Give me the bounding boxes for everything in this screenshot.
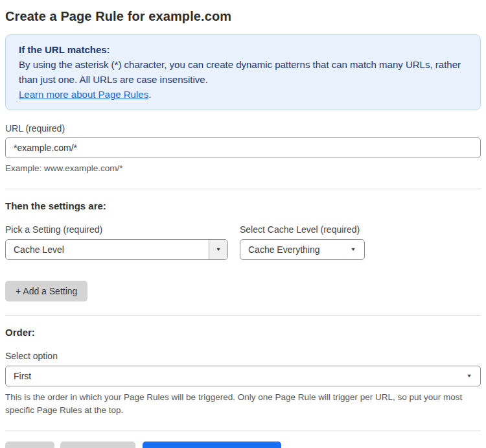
chevron-down-icon: ▼ — [466, 373, 472, 379]
chevron-down-icon: ▼ — [350, 247, 356, 252]
cache-level-select-value: Cache Everything — [240, 244, 351, 255]
info-box-link-line: Learn more about Page Rules. — [19, 87, 467, 102]
pick-setting-label: Pick a Setting (required) — [5, 224, 228, 235]
cache-level-select[interactable]: Cache Everything ▼ — [240, 239, 365, 260]
page-title: Create a Page Rule for example.com — [5, 9, 481, 24]
divider — [5, 430, 481, 431]
divider — [5, 315, 481, 316]
learn-more-link[interactable]: Learn more about Page Rules — [19, 89, 148, 100]
setting-select-value: Cache Level — [6, 244, 209, 255]
setting-select[interactable]: Cache Level ▼ — [5, 239, 228, 260]
select-cache-level-label: Select Cache Level (required) — [240, 224, 365, 235]
settings-heading: Then the settings are: — [5, 200, 481, 211]
footer-actions: Cancel Save as Draft Save and Deploy Pag… — [5, 442, 481, 448]
info-box-body: By using the asterisk (*) character, you… — [19, 57, 467, 87]
order-label: Select option — [5, 351, 481, 361]
add-setting-button[interactable]: + Add a Setting — [5, 281, 87, 301]
order-select-value: First — [6, 371, 467, 381]
url-label: URL (required) — [5, 123, 481, 134]
info-box-heading: If the URL matches: — [19, 42, 467, 57]
chevron-down-icon[interactable]: ▼ — [209, 240, 227, 259]
cancel-button[interactable]: Cancel — [5, 442, 54, 448]
setting-picker-column: Pick a Setting (required) Cache Level ▼ — [5, 211, 228, 260]
save-draft-button[interactable]: Save as Draft — [60, 442, 136, 448]
link-suffix: . — [148, 89, 151, 100]
divider — [5, 189, 481, 189]
url-helper: Example: www.example.com/* — [5, 162, 481, 175]
order-helper: This is the order in which your Page Rul… — [5, 391, 481, 417]
settings-row: Pick a Setting (required) Cache Level ▼ … — [5, 211, 481, 260]
save-deploy-button[interactable]: Save and Deploy Page Rule — [143, 442, 281, 448]
order-select[interactable]: First ▼ — [5, 366, 481, 386]
url-match-info-box: If the URL matches: By using the asteris… — [5, 34, 481, 110]
order-heading: Order: — [5, 327, 481, 338]
create-page-rule-form: Create a Page Rule for example.com If th… — [5, 9, 481, 448]
cache-level-column: Select Cache Level (required) Cache Ever… — [240, 211, 365, 260]
url-input[interactable] — [5, 137, 481, 158]
